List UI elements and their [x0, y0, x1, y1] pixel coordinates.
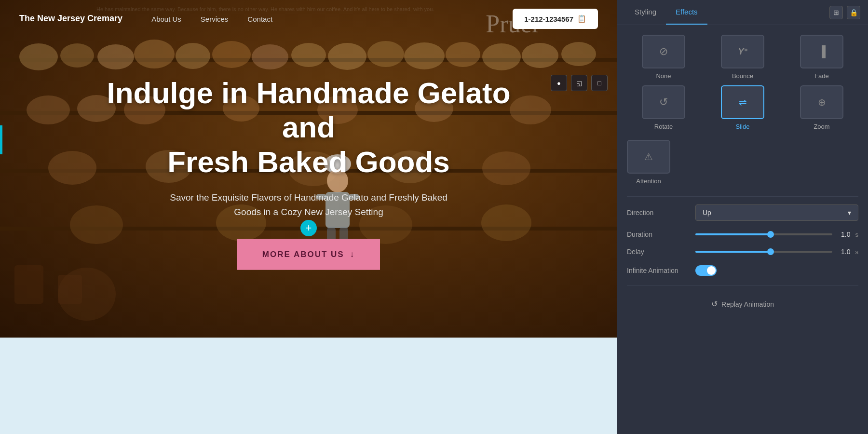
hero-section: He has maintained the same way. Because … — [0, 0, 617, 338]
anim-bounce[interactable]: Y° Bounce — [706, 35, 779, 80]
duration-slider-container: 1.0 s — [695, 231, 858, 238]
panel-tab-bar: Styling Effects ⊞ 🔒 — [617, 0, 868, 25]
cta-button[interactable]: MORE ABOUT US ↓ — [237, 239, 380, 270]
anim-bounce-box: Y° — [721, 35, 764, 68]
ctrl-circle[interactable]: ● — [551, 75, 567, 91]
toggle-container — [695, 265, 717, 276]
slide-icon: ⇌ — [739, 96, 747, 108]
tab-effects[interactable]: Effects — [666, 0, 707, 25]
navbar: The New Jersey Cremary About Us Services… — [0, 0, 617, 38]
panel-tab-icons: ⊞ 🔒 — [829, 6, 860, 19]
anim-slide-box: ⇌ — [721, 85, 764, 119]
anim-attention-box: ⚠ — [627, 140, 670, 174]
svg-point-5 — [212, 41, 251, 68]
right-panel: Styling Effects ⊞ 🔒 ⊘ None Y° Bounce — [617, 0, 868, 434]
delay-label: Delay — [627, 248, 690, 256]
delay-slider-container: 1.0 s — [695, 248, 858, 256]
svg-point-7 — [291, 43, 326, 67]
delay-unit: s — [855, 248, 859, 256]
brand-name: The New Jersey Cremary — [19, 13, 122, 24]
svg-point-22 — [48, 151, 96, 185]
duration-value: 1.0 — [837, 231, 851, 238]
svg-point-0 — [19, 43, 58, 70]
hero-content: Indulge in Handmade Gelato andFresh Bake… — [92, 76, 526, 270]
svg-point-6 — [252, 44, 288, 69]
attention-row: ⚠ Attention — [627, 140, 858, 185]
direction-row: Direction Up ▾ — [627, 204, 858, 221]
anim-none-label: None — [656, 72, 671, 80]
anim-zoom-label: Zoom — [814, 123, 829, 130]
panel-body: ⊘ None Y° Bounce ▐ Fade ↺ Rota — [617, 25, 868, 434]
bottom-section — [0, 338, 617, 434]
anim-slide[interactable]: ⇌ Slide — [706, 85, 779, 130]
anim-rotate-label: Rotate — [654, 123, 673, 130]
anim-fade[interactable]: ▐ Fade — [785, 35, 858, 80]
delay-slider-track — [695, 251, 832, 253]
nav-services[interactable]: Services — [201, 15, 229, 23]
lock-icon[interactable]: 🔒 — [847, 6, 860, 19]
website-preview: He has maintained the same way. Because … — [0, 0, 617, 434]
svg-point-13 — [522, 43, 558, 68]
attention-icon: ⚠ — [644, 151, 653, 163]
hero-title: Indulge in Handmade Gelato andFresh Bake… — [92, 76, 526, 179]
anim-none-box: ⊘ — [642, 35, 685, 68]
replay-icon: ↺ — [711, 299, 718, 309]
fade-icon: ▐ — [818, 45, 826, 58]
zoom-icon: ⊕ — [818, 96, 826, 108]
svg-point-12 — [482, 43, 521, 70]
nav-about[interactable]: About Us — [151, 15, 181, 23]
svg-point-33 — [58, 268, 116, 321]
no-entry-icon: ⊘ — [659, 45, 668, 58]
infinite-animation-row: Infinite Animation — [627, 265, 858, 276]
direction-dropdown[interactable]: Up ▾ — [695, 204, 858, 221]
replay-animation-button[interactable]: ↺ Replay Animation — [627, 294, 858, 314]
nav-contact[interactable]: Contact — [247, 15, 272, 23]
chevron-down-icon: ▾ — [848, 209, 851, 217]
direction-label: Direction — [627, 209, 690, 217]
svg-point-4 — [176, 43, 210, 69]
anim-attention-label: Attention — [636, 177, 661, 185]
panel-controls: ● ◱ □ — [551, 75, 617, 91]
anim-none[interactable]: ⊘ None — [627, 35, 700, 80]
anim-fade-label: Fade — [814, 72, 829, 80]
duration-label: Duration — [627, 231, 690, 238]
delay-slider-thumb[interactable] — [767, 248, 774, 255]
nav-links: About Us Services Contact — [151, 15, 513, 23]
svg-point-14 — [561, 42, 596, 66]
anim-attention[interactable]: ⚠ Attention — [627, 140, 670, 185]
anim-bounce-label: Bounce — [732, 72, 753, 80]
svg-point-2 — [97, 44, 134, 69]
phone-button[interactable]: 1-212-1234567 📋 — [513, 9, 598, 29]
duration-unit: s — [855, 231, 859, 238]
svg-point-11 — [446, 42, 480, 67]
duration-slider-thumb[interactable] — [767, 231, 774, 238]
svg-point-15 — [27, 95, 70, 124]
anim-slide-label: Slide — [736, 123, 750, 130]
svg-point-1 — [60, 43, 94, 68]
duration-slider-track — [695, 233, 832, 235]
ctrl-square[interactable]: □ — [591, 75, 608, 91]
bounce-icon: Y° — [738, 47, 747, 57]
direction-value: Up — [703, 209, 711, 217]
phone-number: 1-212-1234567 — [524, 15, 573, 23]
svg-point-3 — [134, 40, 175, 68]
grid-icon[interactable]: ⊞ — [829, 6, 843, 19]
anim-zoom[interactable]: ⊕ Zoom — [785, 85, 858, 130]
delay-value: 1.0 — [837, 248, 851, 256]
ctrl-corner[interactable]: ◱ — [571, 75, 587, 91]
anim-rotate-box: ↺ — [642, 85, 685, 119]
duration-slider-fill — [695, 233, 771, 235]
anim-rotate[interactable]: ↺ Rotate — [627, 85, 700, 130]
svg-point-10 — [404, 42, 445, 69]
add-section-button[interactable]: + — [300, 220, 317, 236]
replay-label: Replay Animation — [721, 300, 774, 308]
rotate-icon: ↺ — [659, 96, 668, 108]
infinite-toggle[interactable] — [695, 265, 717, 276]
anim-zoom-box: ⊕ — [800, 85, 843, 119]
svg-point-8 — [328, 43, 366, 70]
tab-styling[interactable]: Styling — [625, 0, 666, 25]
divider-1 — [627, 196, 858, 197]
svg-rect-31 — [14, 265, 43, 304]
infinite-label: Infinite Animation — [627, 267, 690, 274]
duration-row: Duration 1.0 s — [627, 231, 858, 238]
